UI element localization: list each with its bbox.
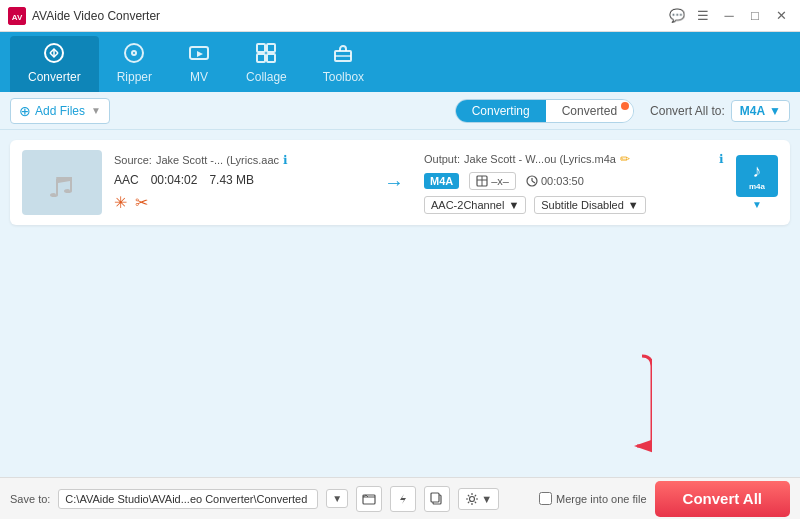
source-info-icon[interactable]: ℹ [283, 153, 288, 167]
nav-tab-converter[interactable]: Converter [10, 36, 99, 92]
save-path-input[interactable] [58, 489, 318, 509]
settings-button[interactable]: ▼ [458, 488, 499, 510]
svg-rect-10 [257, 54, 265, 62]
svg-text:AV: AV [12, 13, 23, 22]
svg-rect-24 [431, 493, 439, 502]
file-thumbnail [22, 150, 102, 215]
menu-button[interactable]: ☰ [692, 5, 714, 27]
sparkle-icon[interactable]: ✳ [114, 193, 127, 212]
convert-all-button[interactable]: Convert All [655, 481, 790, 517]
svg-rect-11 [267, 54, 275, 62]
format-value: M4A [740, 104, 765, 118]
mv-tab-label: MV [190, 70, 208, 84]
thumb-dropdown[interactable]: ▼ [752, 199, 762, 210]
minimize-button[interactable]: ─ [718, 5, 740, 27]
bottom-bar: Save to: ▼ ▼ Merge into one file Convert… [0, 477, 800, 519]
window-controls: 💬 ☰ ─ □ ✕ [666, 5, 792, 27]
file-source-info: Source: Jake Scott -... (Lyrics.aac ℹ AA… [114, 153, 364, 212]
output-label: Output: [424, 153, 460, 165]
thumb-more: ▼ [752, 199, 762, 210]
title-bar-left: AV AVAide Video Converter [8, 7, 160, 25]
converter-icon [43, 42, 65, 67]
nav-tab-ripper[interactable]: Ripper [99, 36, 170, 92]
main-content-wrapper: Source: Jake Scott -... (Lyrics.aac ℹ AA… [0, 130, 800, 477]
convert-all-label: Convert All [683, 490, 762, 507]
flash-button[interactable] [390, 486, 416, 512]
m4a-icon: ♪ [753, 161, 762, 182]
format-select-button[interactable]: M4A ▼ [731, 100, 790, 122]
ripper-tab-label: Ripper [117, 70, 152, 84]
converted-tab[interactable]: Converted [546, 100, 633, 122]
close-button[interactable]: ✕ [770, 5, 792, 27]
toolbox-tab-label: Toolbox [323, 70, 364, 84]
svg-rect-9 [267, 44, 275, 52]
resolution-button[interactable]: –x– [469, 172, 516, 190]
svg-point-6 [133, 52, 135, 54]
output-meta: M4A –x– 00:03:50 [424, 172, 724, 190]
output-format-badge: M4A [424, 173, 459, 189]
convert-all-to: Convert All to: M4A ▼ [650, 100, 790, 122]
output-line: Output: Jake Scott - W...ou (Lyrics.m4a … [424, 152, 724, 166]
file-card: Source: Jake Scott -... (Lyrics.aac ℹ AA… [10, 140, 790, 225]
file-format: AAC [114, 173, 139, 187]
merge-check: Merge into one file [539, 492, 647, 505]
output-info-icon[interactable]: ℹ [719, 152, 724, 166]
duration-value: 00:03:50 [541, 175, 584, 187]
maximize-button[interactable]: □ [744, 5, 766, 27]
output-thumb: ♪ m4a [736, 155, 778, 197]
output-thumb-container: ♪ m4a ▼ [736, 155, 778, 210]
chat-button[interactable]: 💬 [666, 5, 688, 27]
converter-tab-label: Converter [28, 70, 81, 84]
converting-tab[interactable]: Converting [456, 100, 546, 122]
svg-rect-8 [257, 44, 265, 52]
output-filename: Jake Scott - W...ou (Lyrics.m4a [464, 153, 616, 165]
folder-browse-button[interactable] [356, 486, 382, 512]
file-meta: AAC 00:04:02 7.43 MB [114, 173, 364, 187]
edit-output-icon[interactable]: ✏ [620, 152, 630, 166]
output-duration: 00:03:50 [526, 175, 584, 187]
subtitle-value: Subtitle Disabled [541, 199, 624, 211]
toolbar: ⊕ Add Files ▼ Converting Converted Conve… [0, 92, 800, 130]
save-to-label: Save to: [10, 493, 50, 505]
source-line: Source: Jake Scott -... (Lyrics.aac ℹ [114, 153, 364, 167]
nav-bar: Converter Ripper MV [0, 32, 800, 92]
ripper-icon [123, 42, 145, 67]
source-filename: Jake Scott -... (Lyrics.aac [156, 154, 279, 166]
svg-line-20 [532, 181, 535, 183]
title-bar: AV AVAide Video Converter 💬 ☰ ─ □ ✕ [0, 0, 800, 32]
add-files-dropdown-arrow: ▼ [91, 105, 101, 116]
add-files-button[interactable]: ⊕ Add Files ▼ [10, 98, 110, 124]
channel-dropdown-icon: ▼ [508, 199, 519, 211]
audio-channel-select[interactable]: AAC-2Channel ▼ [424, 196, 526, 214]
main-content: Source: Jake Scott -... (Lyrics.aac ℹ AA… [0, 130, 800, 477]
merge-label: Merge into one file [556, 493, 647, 505]
collage-tab-label: Collage [246, 70, 287, 84]
audio-channel-value: AAC-2Channel [431, 199, 504, 211]
output-info: Output: Jake Scott - W...ou (Lyrics.m4a … [424, 152, 724, 214]
nav-tab-collage[interactable]: Collage [228, 36, 305, 92]
toolbox-icon [332, 42, 354, 67]
path-dropdown-button[interactable]: ▼ [326, 489, 348, 508]
resolution-value: –x– [491, 175, 509, 187]
copy-button[interactable] [424, 486, 450, 512]
nav-tab-toolbox[interactable]: Toolbox [305, 36, 382, 92]
add-files-label: Add Files [35, 104, 85, 118]
nav-tab-mv[interactable]: MV [170, 36, 228, 92]
output-selects: AAC-2Channel ▼ Subtitle Disabled ▼ [424, 196, 724, 214]
m4a-label: m4a [749, 182, 765, 191]
convert-arrow-icon: → [376, 171, 412, 194]
svg-rect-14 [56, 177, 72, 179]
convert-all-to-label: Convert All to: [650, 104, 725, 118]
subtitle-dropdown-icon: ▼ [628, 199, 639, 211]
status-tabs: Converting Converted [455, 99, 634, 123]
app-logo: AV [8, 7, 26, 25]
file-actions: ✳ ✂ [114, 193, 364, 212]
merge-checkbox[interactable] [539, 492, 552, 505]
cut-icon[interactable]: ✂ [135, 193, 148, 212]
plus-icon: ⊕ [19, 103, 31, 119]
converted-badge [621, 102, 629, 110]
source-label: Source: [114, 154, 152, 166]
subtitle-select[interactable]: Subtitle Disabled ▼ [534, 196, 645, 214]
file-size: 7.43 MB [209, 173, 254, 187]
collage-icon [255, 42, 277, 67]
